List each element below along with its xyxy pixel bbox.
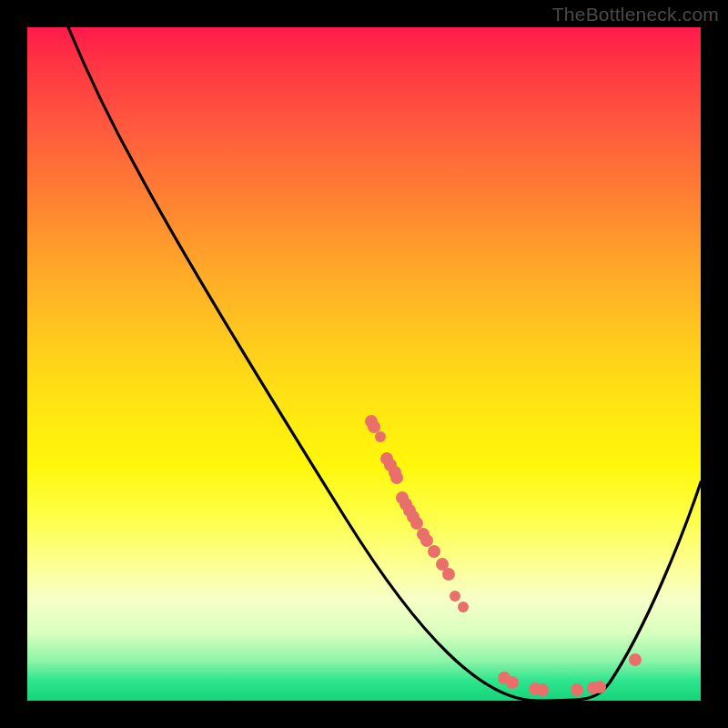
data-marker xyxy=(368,420,380,433)
data-marker xyxy=(506,676,519,689)
data-marker xyxy=(450,591,460,602)
data-marker xyxy=(410,517,423,530)
data-marker xyxy=(536,683,549,696)
data-marker xyxy=(629,653,642,666)
chart-svg xyxy=(27,27,701,701)
data-marker xyxy=(458,602,469,612)
watermark-text: TheBottleneck.com xyxy=(552,4,719,25)
chart-plot-area xyxy=(27,27,701,701)
data-marker xyxy=(375,431,386,442)
data-marker xyxy=(420,534,433,547)
data-marker xyxy=(442,568,455,581)
bottleneck-curve xyxy=(68,27,701,701)
data-marker xyxy=(390,471,403,484)
data-marker xyxy=(428,545,440,558)
marker-group xyxy=(365,415,642,696)
data-marker xyxy=(593,681,606,693)
data-marker xyxy=(571,683,583,696)
